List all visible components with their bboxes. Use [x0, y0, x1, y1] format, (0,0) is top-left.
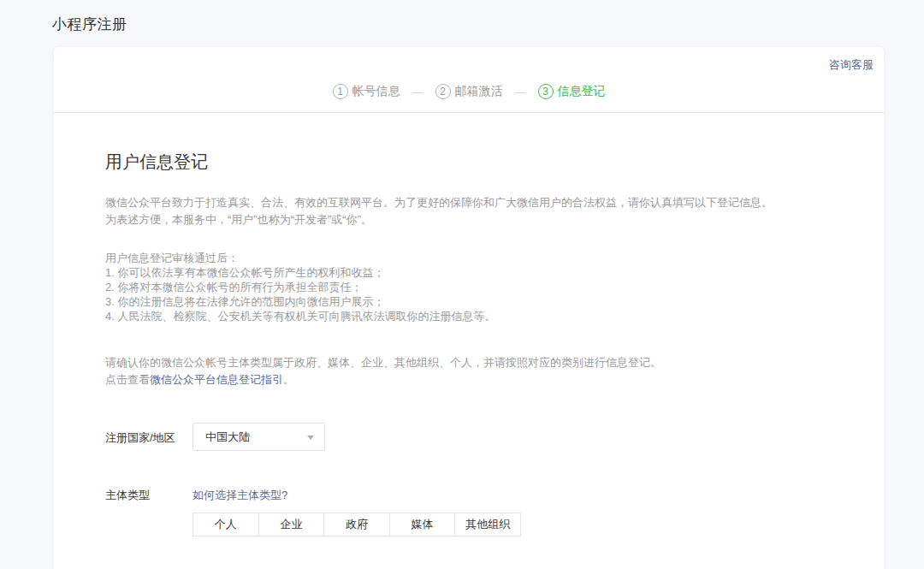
step-3-label: 信息登记 — [558, 84, 606, 99]
subject-type-tabs: 个人 企业 政府 媒体 其他组织 — [192, 513, 521, 536]
page-title: 小程序注册 — [0, 0, 924, 34]
confirm-paragraph: 请确认你的微信公众帐号主体类型属于政府、媒体、企业、其他组织、个人，并请按照对应… — [105, 354, 832, 388]
guide-prefix: 点击查看 — [105, 373, 150, 386]
country-row: 注册国家/地区 中国大陆 — [105, 423, 832, 451]
step-1-circle: 1 — [333, 84, 348, 99]
review-item-4: 4. 人民法院、检察院、公安机关等有权机关可向腾讯依法调取你的注册信息等。 — [105, 309, 832, 323]
review-terms: 用户信息登记审核通过后： 1. 你可以依法享有本微信公众帐号所产生的权利和收益；… — [105, 251, 832, 323]
registration-card: 咨询客服 1 帐号信息 — 2 邮箱激活 — 3 信息登记 用户信息登记 — [54, 47, 884, 569]
subject-type-field: 如何选择主体类型? 个人 企业 政府 媒体 其他组织 — [192, 480, 521, 536]
tab-personal[interactable]: 个人 — [193, 513, 259, 536]
step-3-circle: 3 — [538, 84, 554, 99]
subject-type-help-link[interactable]: 如何选择主体类型? — [192, 480, 287, 503]
step-account-info: 1 帐号信息 — [333, 84, 400, 99]
step-email-activation: 2 邮箱激活 — [435, 84, 503, 99]
country-selected-value: 中国大陆 — [205, 430, 250, 445]
intro-paragraph: 微信公众平台致力于打造真实、合法、有效的互联网平台。为了更好的保障你和广大微信用… — [105, 194, 832, 228]
step-2-circle: 2 — [435, 84, 451, 99]
tab-government[interactable]: 政府 — [324, 513, 390, 536]
country-label: 注册国家/地区 — [105, 423, 192, 451]
review-item-1: 1. 你可以依法享有本微信公众帐号所产生的权利和收益； — [105, 265, 832, 280]
tab-enterprise[interactable]: 企业 — [259, 513, 325, 536]
card-body: 用户信息登记 微信公众平台致力于打造真实、合法、有效的互联网平台。为了更好的保障… — [54, 113, 884, 569]
country-select[interactable]: 中国大陆 — [192, 423, 325, 451]
registration-guide-link[interactable]: 微信公众平台信息登记指引 — [150, 373, 283, 386]
customer-service-link[interactable]: 咨询客服 — [829, 57, 874, 73]
review-item-3: 3. 你的注册信息将在法律允许的范围内向微信用户展示； — [105, 294, 832, 309]
step-info-registration: 3 信息登记 — [538, 84, 606, 99]
step-separator: — — [515, 86, 526, 98]
tab-other-organization[interactable]: 其他组织 — [455, 513, 521, 536]
section-heading: 用户信息登记 — [105, 151, 832, 174]
subject-type-row: 主体类型 如何选择主体类型? 个人 企业 政府 媒体 其他组织 — [105, 480, 832, 536]
chevron-down-icon — [307, 436, 314, 440]
page: 小程序注册 咨询客服 1 帐号信息 — 2 邮箱激活 — 3 信息登记 — [0, 0, 924, 569]
guide-line: 点击查看微信公众平台信息登记指引。 — [105, 371, 832, 388]
guide-suffix: 。 — [283, 373, 294, 386]
confirm-text: 请确认你的微信公众帐号主体类型属于政府、媒体、企业、其他组织、个人，并请按照对应… — [105, 354, 832, 371]
step-separator: — — [412, 86, 424, 98]
card-header: 咨询客服 1 帐号信息 — 2 邮箱激活 — 3 信息登记 — [54, 47, 884, 113]
review-item-2: 2. 你将对本微信公众帐号的所有行为承担全部责任； — [105, 280, 832, 294]
intro-line-1: 微信公众平台致力于打造真实、合法、有效的互联网平台。为了更好的保障你和广大微信用… — [105, 194, 832, 211]
step-indicator: 1 帐号信息 — 2 邮箱激活 — 3 信息登记 — [54, 84, 884, 99]
tab-media[interactable]: 媒体 — [390, 513, 456, 536]
review-title: 用户信息登记审核通过后： — [105, 251, 832, 265]
step-2-label: 邮箱激活 — [455, 84, 503, 99]
step-1-label: 帐号信息 — [352, 84, 400, 99]
intro-line-2: 为表述方便，本服务中，“用户”也称为“开发者”或“你”。 — [105, 211, 832, 228]
subject-type-label: 主体类型 — [105, 480, 192, 536]
